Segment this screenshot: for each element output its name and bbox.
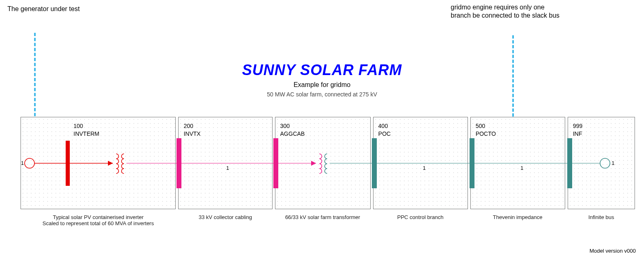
bus-label-400: 400POC <box>378 122 391 138</box>
panel-inf: 999INF <box>568 117 635 209</box>
bus-label-100: 100INVTERM <box>73 122 99 138</box>
circuit-id-3: 1 <box>520 165 523 171</box>
terminal-left-id: 1 <box>21 160 24 166</box>
panel-invtx: 200INVTX <box>178 117 272 209</box>
caption-0: Typical solar PV containerised inverter … <box>21 214 176 226</box>
panel-invterm: 100INVTERM <box>21 117 176 209</box>
panel-pocto: 500POCTO <box>470 117 565 209</box>
caption-4: Thevenin impedance <box>470 214 565 226</box>
diagram-subtitle-2: 50 MW AC solar farm, connected at 275 kV <box>0 91 644 98</box>
terminal-right-id: 1 <box>612 160 614 166</box>
model-version: Model version v000 <box>589 248 636 254</box>
bus-label-500: 500POCTO <box>476 122 496 138</box>
annotation-left: The generator under test <box>7 5 80 13</box>
bus-label-999: 999INF <box>573 122 582 138</box>
diagram-title: SUNNY SOLAR FARM <box>0 62 644 79</box>
circuit-id-2: 1 <box>423 165 426 171</box>
panel-aggcab: 300AGGCAB <box>275 117 371 209</box>
caption-2: 66/33 kV solar farm transformer <box>275 214 371 226</box>
diagram-subtitle-1: Example for gridmo <box>0 81 644 89</box>
caption-1: 33 kV collector cabling <box>178 214 272 226</box>
captions: Typical solar PV containerised inverter … <box>21 214 635 226</box>
panel-row: 100INVTERM 200INVTX 300AGGCAB 400POC 500… <box>21 117 635 209</box>
caption-3: PPC control branch <box>373 214 468 226</box>
circuit-id-1: 1 <box>226 165 229 171</box>
panel-poc: 400POC <box>373 117 468 209</box>
bus-label-200: 200INVTX <box>183 122 200 138</box>
bus-label-300: 300AGGCAB <box>280 122 305 138</box>
caption-5: Infinite bus <box>568 214 635 226</box>
annotation-right: gridmo engine requires only one branch b… <box>451 3 566 20</box>
diagram-title-block: SUNNY SOLAR FARM Example for gridmo 50 M… <box>0 62 644 98</box>
